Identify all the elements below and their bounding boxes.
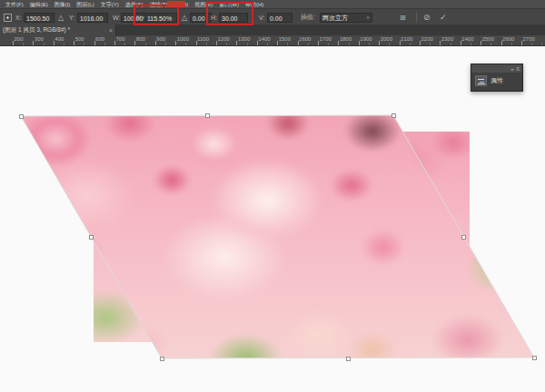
document-tab-bar: (图层 1 拷贝 3, RGB/8#) * ×	[0, 24, 545, 35]
ruler-tick-label: 2500	[482, 36, 494, 42]
ruler-tick-label: 2000	[381, 36, 392, 42]
close-tab-icon[interactable]: ×	[109, 27, 113, 34]
ruler-tick-label: 2400	[461, 36, 473, 42]
menu-item[interactable]: 图层(L)	[76, 1, 94, 8]
menu-item[interactable]: 文件(F)	[5, 1, 24, 8]
transform-handle[interactable]	[19, 114, 24, 119]
menu-item[interactable]: 选择(S)	[125, 1, 144, 8]
rotate-angle-icon: △	[182, 14, 187, 22]
ruler-tick-label: 1200	[218, 36, 230, 42]
document-tab-title: (图层 1 拷贝 3, RGB/8#) *	[3, 26, 107, 34]
cancel-transform-button[interactable]: ⊘	[423, 13, 431, 22]
menu-item[interactable]: 文字(Y)	[101, 1, 119, 8]
width-label: W:	[113, 15, 120, 21]
interpolation-dropdown[interactable]: 两次立方 ∨	[320, 13, 372, 23]
warp-mode-toggle-icon[interactable]: ⊞	[400, 14, 406, 22]
ruler-tick-label: 1500	[279, 36, 291, 42]
ruler-tick-label: 2300	[441, 36, 453, 42]
menu-item[interactable]: 滤镜(T)	[150, 1, 168, 8]
collapsed-panel-dock: « ≡ 属性	[471, 64, 523, 92]
y-label: Y:	[69, 15, 74, 21]
ruler-tick-label: 700	[116, 36, 125, 42]
height-percent-input[interactable]: 115.50%	[144, 13, 177, 23]
rotate-input[interactable]: 0.00	[190, 13, 212, 23]
interpolation-label: 插值:	[301, 13, 315, 22]
properties-panel-icon	[475, 75, 487, 86]
ruler-tick-label: 1100	[197, 36, 209, 42]
panel-menu-icon[interactable]: ≡	[516, 65, 520, 73]
transform-handle[interactable]	[205, 113, 210, 118]
ruler-tick-label: 1900	[360, 36, 372, 42]
skew-h-label: H:	[211, 15, 217, 21]
height-percent-label: H:	[136, 15, 143, 21]
ruler-tick-label: 1400	[258, 36, 270, 42]
ruler-tick-label: 2100	[401, 36, 412, 42]
menu-item[interactable]: 视图(V)	[194, 1, 213, 8]
x-input[interactable]: 1500.50	[24, 13, 54, 23]
menu-item[interactable]: 3D(D)	[173, 1, 188, 8]
transform-handle[interactable]	[391, 113, 396, 118]
skew-v-input[interactable]: 0.00	[267, 13, 292, 23]
reference-point-grid-icon[interactable]	[4, 9, 12, 25]
ruler-tick-label: 900	[156, 36, 165, 42]
ruler-tick-label: 600	[95, 36, 104, 42]
ruler-tick-label: 2700	[523, 36, 535, 42]
skew-v-label: V:	[259, 15, 264, 21]
expand-panels-icon[interactable]: «	[510, 65, 513, 73]
y-input[interactable]: 1016.00	[77, 13, 108, 23]
panel-dock-header[interactable]: « ≡	[471, 64, 522, 73]
ruler-tick-label: 1300	[238, 36, 250, 42]
transform-handle[interactable]	[89, 235, 94, 240]
properties-panel-label: 属性	[490, 76, 503, 85]
ruler-tick-label: 1600	[299, 36, 311, 42]
transform-handle[interactable]	[346, 357, 351, 361]
ruler-tick-label: 1800	[340, 36, 352, 42]
document-canvas	[0, 46, 545, 392]
commit-transform-button[interactable]: ✓	[440, 13, 447, 22]
transform-handle[interactable]	[160, 357, 164, 361]
skew-h-input[interactable]: 30.00	[219, 13, 248, 23]
ruler-tick-label: 2200	[421, 36, 433, 42]
ruler-minor-ticks	[13, 43, 545, 45]
menu-bar: 文件(F)编辑(E)图像(I)图层(L)文字(Y)选择(S)滤镜(T)3D(D)…	[0, 0, 545, 8]
menu-item[interactable]: 图像(I)	[54, 1, 71, 8]
transform-options-bar: X: 1500.50 △ Y: 1016.00 W: 100.00% ∞ H: …	[0, 8, 545, 24]
ruler-tick-label: 1700	[320, 36, 332, 42]
menu-item[interactable]: 编辑(E)	[30, 1, 48, 8]
chevron-down-icon: ∨	[366, 13, 370, 23]
horizontal-ruler: 2003004005006007008009001000110012001300…	[0, 35, 545, 46]
ruler-tick-label: 200	[15, 36, 24, 42]
ruler-tick-label: 1000	[177, 36, 189, 42]
relative-position-toggle-icon[interactable]: △	[58, 14, 64, 22]
ruler-tick-label: 400	[54, 36, 64, 42]
transform-handle[interactable]	[532, 356, 537, 360]
transform-handle[interactable]	[461, 235, 466, 240]
menu-item[interactable]: 窗口(W)	[219, 1, 239, 8]
ruler-tick-label: 500	[75, 36, 84, 42]
document-tab[interactable]: (图层 1 拷贝 3, RGB/8#) * ×	[0, 24, 116, 35]
properties-panel-button[interactable]: 属性	[471, 73, 522, 89]
ruler-tick-label: 2600	[502, 36, 514, 42]
options-separator	[416, 12, 417, 23]
x-label: X:	[15, 15, 22, 21]
photoshop-window: 文件(F)编辑(E)图像(I)图层(L)文字(Y)选择(S)滤镜(T)3D(D)…	[0, 0, 545, 392]
ruler-tick-label: 300	[35, 36, 44, 42]
ruler-tick-label: 800	[136, 36, 145, 42]
menu-item[interactable]: 帮助(H)	[245, 1, 263, 8]
